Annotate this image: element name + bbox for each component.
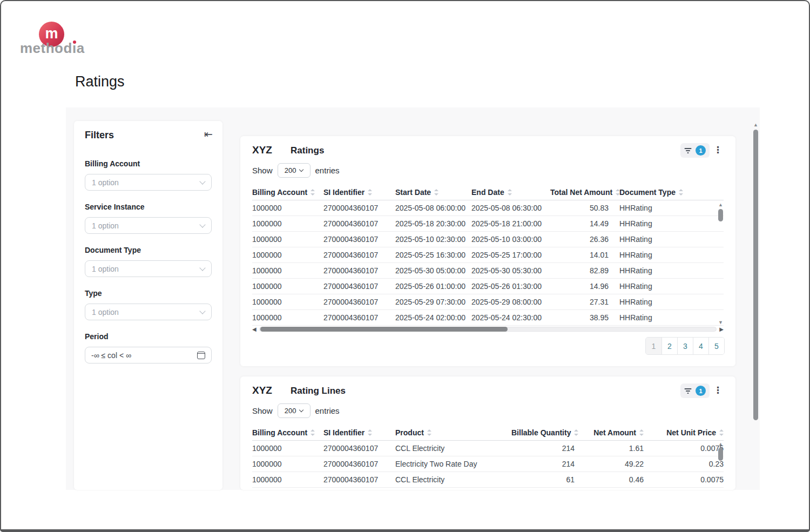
sort-icon[interactable] — [639, 429, 644, 436]
sort-icon[interactable] — [574, 429, 578, 436]
table-cell: 2025-05-30 05:00:00 — [395, 262, 471, 278]
table-cell: 0.46 — [575, 472, 644, 487]
ratings-card-title: Ratings — [291, 145, 324, 156]
filters-title: Filters — [85, 130, 114, 141]
scroll-left-icon[interactable]: ◀ — [252, 326, 256, 332]
rating-lines-vertical-scrollbar[interactable]: ▲ — [718, 441, 724, 490]
page-button-4[interactable]: 4 — [693, 338, 708, 354]
scroll-right-icon[interactable]: ▶ — [719, 326, 724, 332]
scroll-down-icon[interactable]: ▼ — [718, 320, 724, 325]
table-row[interactable]: 10000002700004360107CCL Electricity2141.… — [252, 440, 724, 456]
col-net-amount[interactable]: Net Amount — [575, 425, 644, 440]
col-si-identifier[interactable]: SI Identifier — [323, 425, 395, 440]
period-input[interactable]: -∞ ≤ col < ∞ — [85, 347, 212, 363]
rating-lines-page-size-select[interactable]: 200 — [278, 403, 310, 418]
table-row[interactable]: 100000027000043601072025-05-26 01:00:002… — [252, 278, 724, 294]
sort-icon[interactable] — [508, 189, 512, 196]
rating-lines-menu-icon[interactable]: ⋮ — [713, 385, 723, 396]
table-cell: 1000000 — [252, 440, 323, 456]
col-document-type[interactable]: Document Type — [617, 185, 724, 200]
scrollbar-thumb[interactable] — [718, 448, 723, 461]
collapse-sidebar-icon[interactable]: ⇤ — [204, 128, 213, 140]
sort-icon[interactable] — [427, 429, 431, 436]
table-row[interactable]: 100000027000043601072025-05-29 07:30:002… — [252, 294, 724, 309]
col-net-unit-price[interactable]: Net Unit Price — [644, 425, 724, 440]
scroll-up-icon[interactable]: ▲ — [753, 122, 759, 127]
sort-icon[interactable] — [679, 189, 683, 196]
pagination: 1 2 3 4 5 — [645, 337, 725, 355]
page-button-1[interactable]: 1 — [646, 338, 662, 354]
col-total-net-amount[interactable]: Total Net Amount — [550, 185, 617, 200]
page-button-2[interactable]: 2 — [662, 338, 677, 354]
col-billable-quantity[interactable]: Billable Quantity — [511, 425, 575, 440]
page-button-3[interactable]: 3 — [677, 338, 693, 354]
scrollbar-thumb[interactable] — [260, 327, 508, 332]
rating-lines-filter-button[interactable]: 1 — [680, 383, 710, 398]
sort-icon[interactable] — [368, 189, 372, 196]
table-cell: 26.36 — [550, 231, 617, 247]
ratings-filter-button[interactable]: 1 — [680, 143, 710, 158]
col-billing-account[interactable]: Billing Account — [252, 425, 323, 440]
table-cell: 14.49 — [550, 216, 617, 231]
calendar-icon — [197, 352, 205, 359]
ratings-vertical-scrollbar[interactable]: ▲ ▼ — [718, 202, 724, 325]
period-label: Period — [85, 332, 109, 341]
table-row[interactable]: 100000027000043601072025-05-18 20:30:002… — [252, 216, 724, 231]
chevron-down-icon — [199, 221, 205, 227]
table-row[interactable]: 100000027000043601072025-05-10 02:30:002… — [252, 231, 724, 247]
scrollbar-thumb[interactable] — [753, 130, 758, 420]
sort-icon[interactable] — [310, 429, 315, 436]
ratings-page-size-select[interactable]: 200 — [278, 163, 310, 178]
col-product[interactable]: Product — [395, 425, 511, 440]
service-instance-label: Service Instance — [85, 203, 145, 211]
col-start-date[interactable]: Start Date — [395, 185, 471, 200]
chevron-down-icon — [299, 167, 303, 172]
scrollbar-thumb[interactable] — [718, 209, 723, 221]
table-cell: 1000000 — [252, 247, 323, 262]
table-row[interactable]: 100000027000043601072025-05-25 16:30:002… — [252, 247, 724, 262]
sort-icon[interactable] — [719, 429, 724, 436]
sort-icon[interactable] — [368, 429, 372, 436]
table-cell: HHRating — [617, 294, 724, 309]
sort-icon[interactable] — [434, 189, 438, 196]
ratings-horizontal-scrollbar[interactable]: ◀ ▶ — [252, 326, 724, 333]
table-cell: 1000000 — [252, 472, 323, 487]
filter-funnel-icon — [684, 147, 692, 154]
table-cell: HHRating — [617, 262, 724, 278]
col-billing-account[interactable]: Billing Account — [252, 185, 323, 200]
service-instance-select[interactable]: 1 option — [85, 217, 212, 234]
table-cell: CCL Electricity — [395, 472, 511, 487]
app-window: m methodıa Ratings Filters ⇤ Billing Acc… — [0, 0, 810, 532]
type-select[interactable]: 1 option — [85, 304, 212, 320]
table-row[interactable]: 100000027000043601072025-05-24 02:00:002… — [252, 309, 724, 325]
table-row[interactable]: 100000027000043601072025-05-08 06:00:002… — [252, 200, 724, 216]
col-end-date[interactable]: End Date — [471, 185, 550, 200]
scroll-up-icon[interactable]: ▲ — [718, 202, 724, 207]
table-cell: 1000000 — [252, 294, 323, 309]
page-vertical-scrollbar[interactable]: ▲ — [753, 122, 759, 489]
table-row[interactable]: 100000027000043601072025-05-30 05:00:002… — [252, 262, 724, 278]
table-cell: 2025-05-24 02:00:00 — [395, 309, 471, 325]
methodia-logo: m methodıa — [20, 22, 90, 56]
table-cell: 2025-05-25 17:00:00 — [471, 247, 550, 262]
table-cell: HHRating — [617, 247, 724, 262]
table-cell: 2700004360107 — [323, 247, 395, 262]
table-cell: 2700004360107 — [323, 472, 395, 487]
table-cell: 2025-05-25 16:30:00 — [395, 247, 471, 262]
document-type-select[interactable]: 1 option — [85, 260, 212, 277]
table-row[interactable]: 10000002700004360107CCL Electricity610.4… — [252, 472, 724, 487]
ratings-menu-icon[interactable]: ⋮ — [713, 145, 723, 156]
table-cell: 2700004360107 — [323, 200, 395, 216]
table-cell: 2025-05-10 02:30:00 — [395, 231, 471, 247]
scroll-up-icon[interactable]: ▲ — [718, 441, 724, 447]
show-label: Show — [252, 406, 273, 415]
chevron-down-icon — [199, 265, 205, 271]
col-si-identifier[interactable]: SI Identifier — [323, 185, 395, 200]
page-button-5[interactable]: 5 — [708, 338, 724, 354]
table-cell: 14.96 — [550, 278, 617, 294]
table-row[interactable]: 10000002700004360107Electricity Two Rate… — [252, 456, 724, 472]
filter-count-badge: 1 — [696, 145, 706, 156]
sort-icon[interactable] — [310, 189, 315, 196]
billing-account-select[interactable]: 1 option — [85, 174, 212, 191]
sort-icon[interactable] — [616, 189, 620, 196]
